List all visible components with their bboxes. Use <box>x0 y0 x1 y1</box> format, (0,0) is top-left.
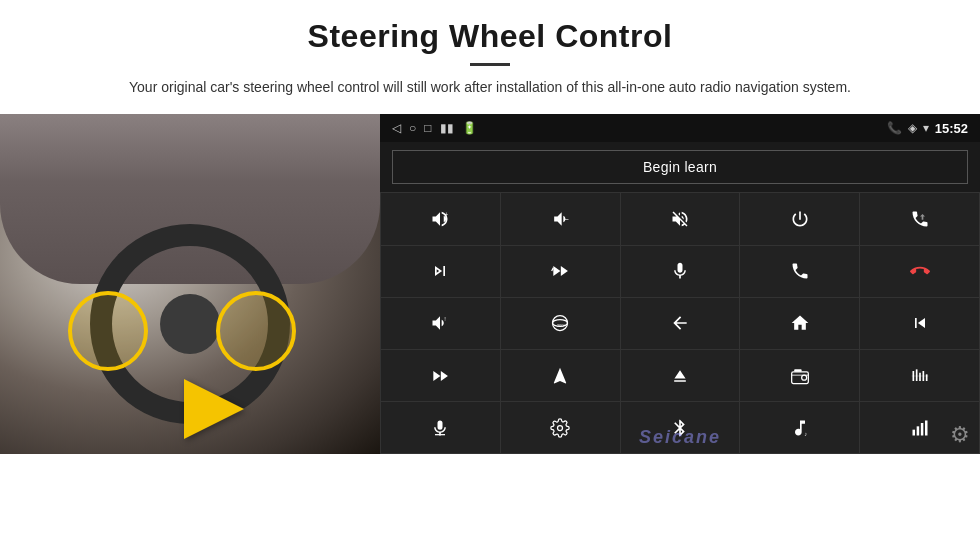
svg-point-18 <box>558 425 563 430</box>
wifi-icon: ▾ <box>923 121 929 135</box>
svg-text:+: + <box>445 210 449 217</box>
mute-button[interactable] <box>621 193 740 244</box>
svg-rect-22 <box>920 423 923 436</box>
steering-bg <box>0 114 380 454</box>
mic-button[interactable] <box>621 246 740 297</box>
mic2-button[interactable] <box>381 402 500 453</box>
eject-button[interactable] <box>621 350 740 401</box>
navigate-button[interactable] <box>501 350 620 401</box>
power-button[interactable] <box>740 193 859 244</box>
horn-button[interactable]: ! <box>381 298 500 349</box>
title-divider <box>470 63 510 66</box>
settings2-button[interactable] <box>501 402 620 453</box>
svg-line-2 <box>552 268 554 271</box>
back-arrow-icon: ◁ <box>392 121 401 135</box>
svg-text:360°: 360° <box>557 324 566 329</box>
360-cam-button[interactable]: 360° <box>501 298 620 349</box>
home-button[interactable] <box>740 298 859 349</box>
status-left: ◁ ○ □ ▮▮ 🔋 <box>392 121 477 135</box>
svg-rect-10 <box>794 369 802 372</box>
svg-text:−: − <box>564 213 569 223</box>
radio-button[interactable] <box>740 350 859 401</box>
status-right: 📞 ◈ ▾ 15:52 <box>887 121 968 136</box>
svg-text:♪: ♪ <box>804 431 807 437</box>
phone-prev-button[interactable] <box>860 193 979 244</box>
seek-fwd-button[interactable] <box>501 246 620 297</box>
svg-rect-7 <box>791 371 808 383</box>
controls-grid: + − <box>380 192 980 454</box>
svg-point-8 <box>801 375 806 380</box>
music-button[interactable]: ♪ <box>740 402 859 453</box>
radio-ui: ◁ ○ □ ▮▮ 🔋 📞 ◈ ▾ 15:52 Begin learn <box>380 114 980 454</box>
phone-call-button[interactable] <box>740 246 859 297</box>
square-icon: □ <box>424 121 431 135</box>
svg-rect-20 <box>912 429 915 435</box>
phone-icon: 📞 <box>887 121 902 135</box>
highlight-right <box>216 291 296 371</box>
status-bar: ◁ ○ □ ▮▮ 🔋 📞 ◈ ▾ 15:52 <box>380 114 980 142</box>
vol-down-button[interactable]: − <box>501 193 620 244</box>
begin-learn-button[interactable]: Begin learn <box>392 150 968 184</box>
vol-up-button[interactable]: + <box>381 193 500 244</box>
fast-fwd-button[interactable] <box>381 350 500 401</box>
status-time: 15:52 <box>935 121 968 136</box>
page-wrapper: Steering Wheel Control Your original car… <box>0 0 980 548</box>
subtitle: Your original car's steering wheel contr… <box>115 76 865 98</box>
location-icon: ◈ <box>908 121 917 135</box>
eq-button[interactable] <box>860 350 979 401</box>
gear-icon[interactable]: ⚙ <box>950 422 970 448</box>
svg-text:!: ! <box>445 316 447 322</box>
next-track-button[interactable] <box>381 246 500 297</box>
svg-rect-23 <box>925 420 928 435</box>
battery-icon: 🔋 <box>462 121 477 135</box>
prev-track-button[interactable] <box>860 298 979 349</box>
arrow-container <box>184 379 244 439</box>
page-title: Steering Wheel Control <box>40 18 940 55</box>
home-circle-icon: ○ <box>409 121 416 135</box>
signal-icon: ▮▮ <box>440 121 454 135</box>
svg-rect-21 <box>916 426 919 435</box>
back-button[interactable] <box>621 298 740 349</box>
steering-wheel-image <box>0 114 380 454</box>
bluetooth-button[interactable] <box>621 402 740 453</box>
big-arrow-icon <box>184 379 244 439</box>
begin-learn-row: Begin learn <box>380 142 980 192</box>
phone-hang-button[interactable] <box>860 246 979 297</box>
content-row: ◁ ○ □ ▮▮ 🔋 📞 ◈ ▾ 15:52 Begin learn <box>0 114 980 548</box>
header-section: Steering Wheel Control Your original car… <box>0 0 980 106</box>
